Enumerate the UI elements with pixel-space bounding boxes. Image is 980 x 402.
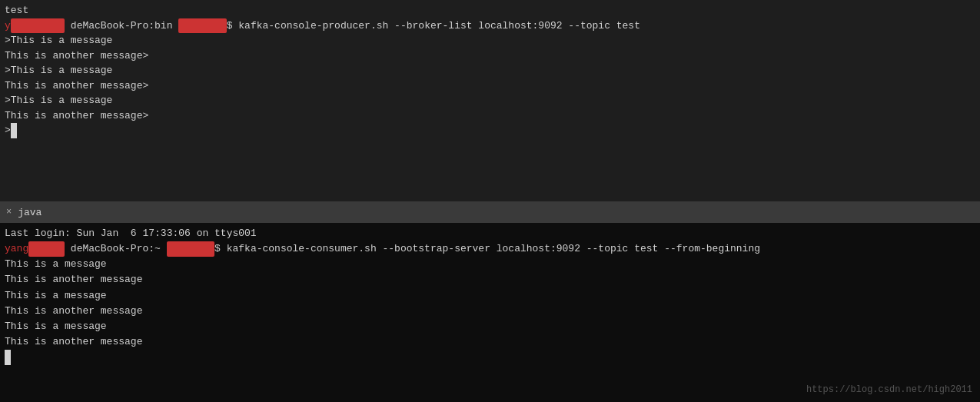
tab-label[interactable]: java — [18, 207, 42, 218]
lower-line-6: This is a message — [5, 319, 975, 334]
lower-line-7: This is another message — [5, 334, 975, 350]
watermark: https://blog.csdn.net/high2011 — [806, 383, 972, 397]
username-redacted-1: y — [5, 20, 65, 32]
tab-close-button[interactable]: × — [6, 207, 12, 218]
lower-line-2: This is a message — [5, 257, 975, 272]
line-5: This is another message> — [5, 78, 975, 94]
line-2: >This is a message — [5, 33, 975, 48]
line-6: >This is a message — [5, 93, 975, 108]
lower-line-4: This is a message — [5, 288, 975, 304]
upper-terminal: test y deMacBook-Pro:bin $ kafka-console… — [0, 0, 980, 201]
username-redacted-2 — [178, 20, 226, 32]
lower-cursor: _ — [5, 350, 11, 365]
lower-username-1: yang — [5, 243, 65, 254]
line-3: This is another message> — [5, 48, 975, 64]
lower-username-2 — [167, 243, 214, 254]
lower-terminal: Last login: Sun Jan 6 17:33:06 on ttys00… — [0, 223, 980, 402]
lower-line-0: Last login: Sun Jan 6 17:33:06 on ttys00… — [5, 226, 975, 241]
lower-line-3: This is another message — [5, 272, 975, 287]
line-8: >_ — [5, 123, 975, 138]
tab-bar: × java — [0, 201, 980, 223]
line-7: This is another message> — [5, 108, 975, 124]
lower-line-1: yang deMacBook-Pro:~ $ kafka-console-con… — [5, 241, 975, 257]
lower-line-5: This is another message — [5, 304, 975, 319]
line-4: >This is a message — [5, 63, 975, 78]
lower-line-8: _ — [5, 350, 975, 365]
cursor: _ — [11, 123, 17, 138]
line-1: y deMacBook-Pro:bin $ kafka-console-prod… — [5, 18, 975, 34]
line-0: test — [5, 3, 975, 18]
